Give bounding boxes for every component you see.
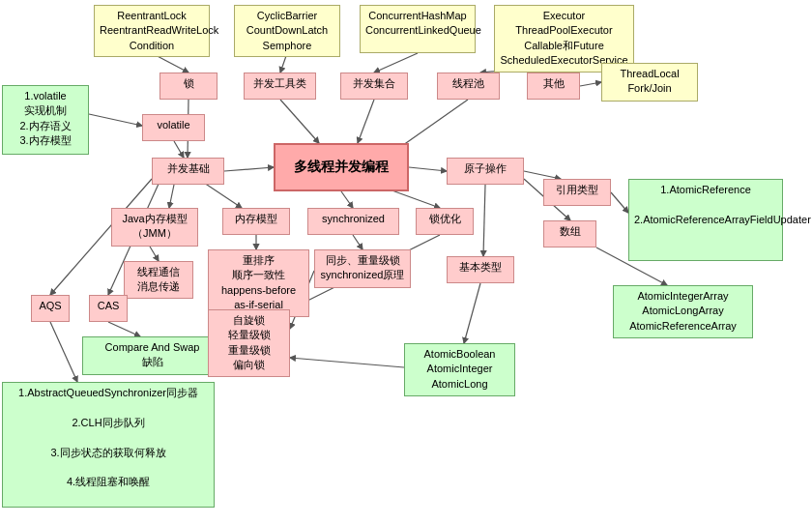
svg-line-23	[150, 247, 159, 261]
node-suo: 锁	[160, 73, 218, 100]
node-zixuansuogroup: 自旋锁轻量级锁重量级锁偏向锁	[208, 309, 290, 377]
node-reentrantlock: ReentrantLockReentrantReadWriteLockCondi…	[94, 5, 210, 57]
node-threadlocal: ThreadLocalFork/Join	[601, 63, 698, 102]
svg-line-30	[50, 322, 77, 382]
node-atomicintarray: AtomicIntegerArrayAtomicLongArrayAtomicR…	[613, 285, 753, 338]
node-concurrenthashmap: ConcurrentHashMapConcurrentLinkedQueue	[360, 5, 476, 53]
diagram: ReentrantLockReentrantReadWriteLockCondi…	[0, 0, 812, 524]
svg-line-7	[89, 114, 142, 126]
node-cyclic: CyclicBarrierCountDownLatchSemphore	[234, 5, 340, 57]
node-atomicboolgroup: AtomicBooleanAtomicIntegerAtomicLong	[404, 343, 515, 396]
svg-line-19	[483, 185, 485, 256]
node-bingfajihetype: 并发集合	[340, 73, 408, 100]
node-jmm: Java内存模型（JMM）	[111, 208, 198, 247]
node-compareandswap: Compare And Swap缺陷	[82, 336, 222, 375]
svg-line-13	[169, 185, 174, 208]
node-neicunmoxing: 内存模型	[222, 208, 290, 235]
node-cas: CAS	[89, 295, 128, 322]
svg-line-2	[374, 53, 418, 73]
node-aqs: AQS	[31, 295, 70, 322]
svg-line-17	[524, 171, 561, 179]
node-tongbu: 同步、重量级锁synchronized原理	[314, 249, 411, 288]
svg-line-16	[387, 189, 440, 208]
svg-line-29	[108, 322, 140, 336]
svg-line-10	[280, 100, 319, 143]
node-xianchengchi: 线程池	[437, 73, 500, 100]
node-jibentype: 基本类型	[447, 256, 514, 283]
node-qita: 其他	[527, 73, 580, 100]
svg-line-32	[290, 358, 404, 367]
node-aqs_detail: 1.AbstractQueuedSynchronizer同步器2.CLH同步队列…	[2, 382, 215, 508]
node-chongpaichi: 重排序顺序一致性happens-beforeas-if-serial	[208, 249, 309, 317]
svg-line-11	[358, 100, 374, 143]
svg-line-8	[224, 167, 274, 171]
node-volatile_items: 1.volatile实现机制2.内存语义3.内存模型	[2, 85, 89, 155]
node-yuanzicaozuo: 原子操作	[447, 158, 524, 185]
svg-line-22	[464, 283, 480, 343]
svg-line-6	[174, 141, 184, 158]
node-volatile: volatile	[142, 114, 205, 141]
node-suoyouhua: 锁优化	[416, 208, 474, 235]
node-shuzhu: 数组	[543, 220, 596, 247]
node-yinyongleixing: 引用类型	[543, 179, 611, 206]
node-main: 多线程并发编程	[274, 143, 409, 191]
node-synchronized: synchronized	[307, 208, 399, 235]
svg-line-4	[580, 82, 601, 86]
node-bingfagongjulei: 并发工具类	[244, 73, 316, 100]
node-xianchengnotify: 线程通信消息传递	[124, 261, 193, 299]
node-atomicreferencegroup: 1.AtomicReference2.AtomicReferenceArrayF…	[628, 179, 783, 261]
svg-line-15	[341, 191, 353, 208]
svg-line-20	[611, 192, 628, 213]
node-bingfajichu: 并发基础	[152, 158, 224, 185]
svg-line-9	[409, 167, 447, 171]
svg-line-25	[353, 235, 362, 249]
